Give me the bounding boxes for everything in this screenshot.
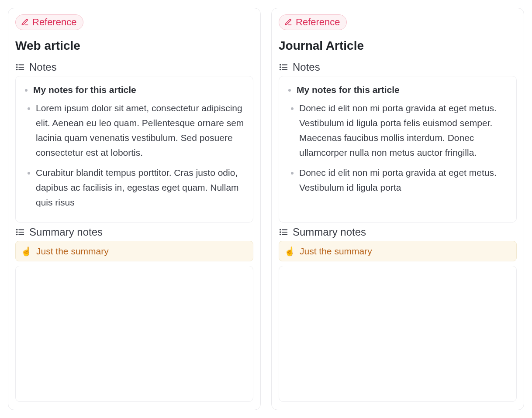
edit-icon xyxy=(284,18,292,26)
summary-section-head: Summary notes xyxy=(15,226,253,238)
summary-label: Summary notes xyxy=(293,226,366,238)
reference-card: Reference Web article Notes My notes for… xyxy=(8,8,261,410)
notes-heading: My notes for this article xyxy=(33,82,246,97)
svg-point-9 xyxy=(17,230,17,230)
svg-point-16 xyxy=(280,67,281,68)
svg-point-11 xyxy=(17,234,17,235)
notes-section-head: Notes xyxy=(279,61,517,73)
reference-badge[interactable]: Reference xyxy=(15,14,83,30)
notes-label: Notes xyxy=(293,61,320,73)
summary-text: Just the summary xyxy=(36,245,109,257)
notes-box[interactable]: My notes for this article Donec id elit … xyxy=(279,76,517,223)
reference-badge[interactable]: Reference xyxy=(279,14,347,30)
svg-point-15 xyxy=(280,65,281,65)
card-title: Journal Article xyxy=(279,38,517,53)
empty-notes-area[interactable] xyxy=(15,266,253,402)
card-title: Web article xyxy=(15,38,253,53)
reference-badge-label: Reference xyxy=(296,17,340,27)
svg-point-3 xyxy=(17,65,17,65)
notes-heading: My notes for this article xyxy=(297,82,509,97)
summary-label: Summary notes xyxy=(29,226,103,238)
list-icon xyxy=(279,227,288,237)
notes-section-head: Notes xyxy=(15,61,253,73)
notes-box[interactable]: My notes for this article Lorem ipsum do… xyxy=(15,76,253,223)
note-item: Lorem ipsum dolor sit amet, consectetur … xyxy=(36,101,246,160)
reference-card: Reference Journal Article Notes My notes… xyxy=(271,8,524,410)
svg-point-4 xyxy=(17,67,17,68)
summary-text: Just the summary xyxy=(300,245,372,257)
summary-box[interactable]: ☝️ Just the summary xyxy=(15,241,253,261)
svg-point-22 xyxy=(280,232,281,233)
svg-point-5 xyxy=(17,69,17,70)
list-icon xyxy=(15,62,25,72)
notes-label: Notes xyxy=(29,61,57,73)
cards-row: Reference Web article Notes My notes for… xyxy=(8,8,524,410)
svg-point-23 xyxy=(280,234,281,235)
note-item: Donec id elit non mi porta gravida at eg… xyxy=(299,101,509,160)
list-icon xyxy=(279,62,288,72)
list-icon xyxy=(15,227,25,237)
svg-point-21 xyxy=(280,230,281,230)
note-item: Curabitur blandit tempus porttitor. Cras… xyxy=(36,165,246,210)
summary-section-head: Summary notes xyxy=(279,226,517,238)
svg-point-17 xyxy=(280,69,281,70)
summary-box[interactable]: ☝️ Just the summary xyxy=(279,241,517,261)
svg-point-10 xyxy=(17,232,17,233)
note-item: Donec id elit non mi porta gravida at eg… xyxy=(299,165,509,195)
reference-badge-label: Reference xyxy=(32,17,77,27)
pointing-up-icon: ☝️ xyxy=(284,247,295,256)
pointing-up-icon: ☝️ xyxy=(21,247,32,256)
edit-icon xyxy=(21,18,29,26)
empty-notes-area[interactable] xyxy=(279,266,517,402)
